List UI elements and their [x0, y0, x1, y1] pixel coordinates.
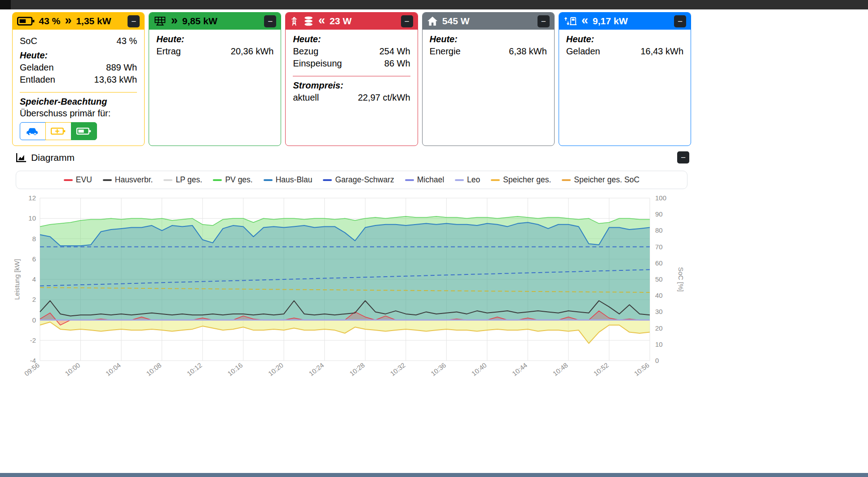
charging-station-icon — [564, 16, 577, 26]
footer-bar — [0, 473, 868, 477]
legend-label: Speicher ges. SoC — [574, 175, 639, 185]
diagram-section-header[interactable]: Diagramm − — [12, 146, 691, 166]
legend-item-lp-ges-[interactable]: LP ges. — [163, 175, 202, 185]
svg-text:80: 80 — [655, 226, 663, 234]
svg-text:0: 0 — [655, 357, 659, 364]
svg-text:20: 20 — [655, 324, 663, 332]
battery-power-value: 1,35 kW — [76, 16, 111, 26]
svg-text:10:40: 10:40 — [470, 361, 488, 378]
card-pv-header[interactable]: » 9,85 kW − — [149, 13, 281, 30]
card-pv-body: Heute: Ertrag 20,36 kWh — [149, 30, 281, 146]
legend-color-mark — [163, 179, 172, 181]
geladen-label: Geladen — [566, 46, 600, 57]
priority-vehicle-button[interactable] — [20, 122, 46, 140]
svg-text:10:36: 10:36 — [429, 361, 447, 378]
svg-text:10:16: 10:16 — [226, 361, 244, 378]
priority-mode-group — [20, 122, 97, 140]
legend-item-garage-schwarz[interactable]: Garage-Schwarz — [323, 175, 394, 185]
legend-label: Hausverbr. — [115, 175, 153, 185]
legend-item-pv-ges-[interactable]: PV ges. — [213, 175, 252, 185]
legend-item-haus-blau[interactable]: Haus-Blau — [264, 175, 313, 185]
collapse-pv-button[interactable]: − — [264, 15, 276, 27]
collapse-speicher-button[interactable]: − — [128, 15, 140, 27]
legend-label: Haus-Blau — [276, 175, 313, 185]
energie-value: 6,38 kWh — [509, 46, 546, 57]
card-speicher-header[interactable]: 43 % » 1,35 kW − — [13, 13, 144, 30]
legend-label: EVU — [76, 175, 92, 185]
card-evu-header[interactable]: « 23 W − — [286, 13, 417, 30]
svg-text:4: 4 — [32, 275, 36, 283]
svg-text:8: 8 — [32, 235, 36, 243]
legend-label: Michael — [417, 175, 444, 185]
legend-color-mark — [405, 179, 414, 181]
legend-color-mark — [491, 179, 500, 181]
chart-legend: EVUHausverbr.LP ges.PV ges.Haus-BlauGara… — [16, 171, 687, 189]
power-pylon-icon — [290, 16, 298, 26]
card-hausverbrauch-header[interactable]: 545 W − — [423, 13, 554, 30]
legend-item-evu[interactable]: EVU — [64, 175, 92, 185]
chevron-double-right-icon: » — [65, 14, 71, 26]
ladepunkte-power-value: 9,17 kW — [593, 16, 628, 26]
legend-item-michael[interactable]: Michael — [405, 175, 444, 185]
svg-text:100: 100 — [655, 194, 666, 202]
svg-text:70: 70 — [655, 243, 663, 251]
svg-text:10:44: 10:44 — [511, 361, 529, 378]
speicher-beachtung-title: Speicher-Beachtung — [20, 97, 137, 107]
svg-text:Leistung [kW]: Leistung [kW] — [13, 259, 21, 300]
heute-label: Heute: — [20, 50, 137, 61]
ertrag-label: Ertrag — [156, 46, 181, 57]
entladen-label: Entladen — [20, 75, 55, 85]
haus-power-value: 545 W — [442, 16, 470, 26]
soc-value: 43 % — [117, 36, 137, 46]
card-hausverbrauch: 545 W − Heute: Energie 6,38 kWh — [422, 12, 555, 146]
priority-battery-button[interactable] — [71, 122, 97, 140]
energie-label: Energie — [430, 46, 461, 57]
svg-text:2: 2 — [32, 296, 36, 303]
evu-power-value: 23 W — [330, 16, 352, 26]
heute-label: Heute: — [293, 34, 410, 44]
geladen-label: Geladen — [20, 62, 54, 73]
collapse-ladepunkte-button[interactable]: − — [674, 15, 686, 27]
svg-text:10: 10 — [28, 214, 36, 222]
svg-text:50: 50 — [655, 275, 663, 283]
legend-item-hausverbr-[interactable]: Hausverbr. — [103, 175, 153, 185]
card-pv: » 9,85 kW − Heute: Ertrag 20,36 kWh — [149, 12, 281, 146]
svg-text:10:12: 10:12 — [185, 361, 203, 378]
heute-label: Heute: — [430, 34, 547, 44]
geladen-value: 889 Wh — [106, 62, 137, 73]
top-navigation-bar[interactable] — [0, 0, 868, 9]
collapse-diagram-button[interactable]: − — [677, 151, 689, 163]
legend-color-mark — [455, 179, 464, 181]
legend-item-leo[interactable]: Leo — [455, 175, 480, 185]
svg-text:SoC [%]: SoC [%] — [677, 267, 685, 292]
heute-label: Heute: — [566, 34, 683, 44]
card-ladepunkte-header[interactable]: « 9,17 kW − — [559, 13, 691, 30]
diagram-title: Diagramm — [31, 152, 75, 163]
card-evu: « 23 W − Heute: Bezug 254 Wh Einspeisung… — [285, 12, 418, 146]
legend-item-speicher-ges-soc[interactable]: Speicher ges. SoC — [562, 175, 639, 185]
aktuell-label: aktuell — [293, 93, 319, 103]
chevron-double-left-icon: « — [318, 14, 325, 26]
status-cards-row: 43 % » 1,35 kW − SoC 43 % Heute: Geladen… — [12, 12, 691, 146]
svg-text:10:56: 10:56 — [633, 361, 651, 378]
bezug-label: Bezug — [293, 46, 318, 57]
legend-label: Speicher ges. — [503, 175, 551, 185]
legend-item-speicher-ges-[interactable]: Speicher ges. — [491, 175, 551, 185]
svg-text:60: 60 — [655, 259, 663, 267]
ueberschuss-label: Überschuss primär für: — [20, 108, 137, 119]
collapse-haus-button[interactable]: − — [538, 15, 550, 27]
soc-label: SoC — [20, 36, 37, 46]
strompreis-title: Strompreis: — [293, 80, 410, 91]
legend-color-mark — [562, 179, 571, 181]
svg-text:10:32: 10:32 — [389, 361, 407, 378]
priority-battery-grid-button[interactable] — [45, 122, 71, 140]
chart-icon — [16, 153, 26, 163]
battery-soc-value: 43 % — [39, 16, 61, 26]
legend-color-mark — [64, 179, 73, 181]
svg-text:12: 12 — [28, 194, 36, 202]
card-hausverbrauch-body: Heute: Energie 6,38 kWh — [423, 30, 554, 146]
chevron-double-left-icon: « — [582, 14, 588, 26]
collapse-evu-button[interactable]: − — [401, 15, 413, 27]
svg-text:10:24: 10:24 — [307, 361, 325, 378]
svg-text:10:48: 10:48 — [551, 361, 569, 378]
